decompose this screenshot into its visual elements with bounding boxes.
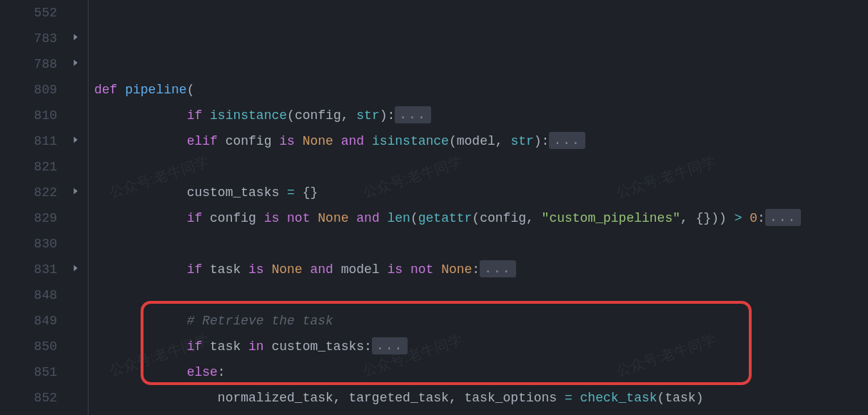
- line-number: 830: [0, 231, 57, 257]
- fold-spacer: [63, 385, 88, 411]
- code-token: None: [318, 211, 356, 225]
- line-number: 851: [0, 359, 57, 385]
- line-number: 848: [0, 282, 57, 308]
- line-number: 821: [0, 154, 57, 180]
- code-token: isinstance: [210, 108, 287, 123]
- code-token: (: [449, 134, 457, 148]
- code-token: custom_tasks: [271, 339, 364, 354]
- code-token: config: [480, 211, 526, 225]
- code-token: and: [341, 134, 372, 148]
- code-token: is not: [388, 262, 442, 277]
- line-number: 783: [0, 26, 57, 51]
- code-token: (: [287, 108, 295, 123]
- line-number: 850: [0, 334, 57, 359]
- line-number: 822: [0, 180, 57, 205]
- chevron-right-icon: [71, 180, 81, 205]
- folded-code-marker[interactable]: ...: [372, 337, 408, 354]
- code-token: None: [303, 134, 341, 148]
- code-line[interactable]: [94, 282, 868, 308]
- code-token: else: [187, 365, 218, 379]
- code-token: task: [210, 262, 248, 277]
- fold-column: [63, 0, 89, 415]
- code-token: ):: [380, 108, 395, 123]
- code-line[interactable]: else:: [94, 359, 868, 385]
- code-token: model: [341, 262, 388, 277]
- folded-code-marker[interactable]: ...: [395, 106, 430, 123]
- fold-toggle[interactable]: [63, 51, 88, 77]
- folded-code-marker[interactable]: ...: [480, 260, 515, 277]
- fold-spacer: [63, 205, 88, 231]
- fold-spacer: [63, 231, 88, 257]
- code-token: config: [226, 134, 280, 148]
- code-token: None: [441, 262, 472, 277]
- folded-code-marker[interactable]: ...: [765, 209, 801, 226]
- code-token: >: [735, 211, 750, 225]
- code-token: ): [696, 391, 704, 405]
- code-token: check_task: [580, 391, 657, 405]
- code-token: # Retrieve the task: [187, 314, 333, 328]
- code-token: is: [279, 134, 302, 148]
- code-token: ,: [449, 391, 465, 405]
- line-number: 849: [0, 308, 57, 334]
- code-token: custom_tasks: [187, 185, 287, 200]
- chevron-right-icon: [71, 26, 81, 51]
- code-token: if: [187, 211, 210, 225]
- code-token: :: [364, 339, 372, 354]
- code-area[interactable]: def pipeline( if isinstance(config, str)…: [89, 0, 868, 415]
- code-line[interactable]: # Retrieve the task: [94, 308, 868, 334]
- fold-toggle[interactable]: [63, 257, 88, 282]
- code-token: is not: [264, 211, 318, 225]
- code-line[interactable]: if task in custom_tasks:...: [94, 334, 868, 359]
- fold-spacer: [63, 282, 88, 308]
- code-line[interactable]: [94, 154, 868, 180]
- fold-toggle[interactable]: [63, 26, 88, 51]
- code-line[interactable]: elif config is None and isinstance(model…: [94, 128, 868, 154]
- code-token: {}: [303, 185, 318, 200]
- code-editor: 5527837888098108118218228298308318488498…: [0, 0, 868, 415]
- fold-spacer: [63, 103, 88, 128]
- code-line[interactable]: if pipeline_class is None:: [94, 411, 868, 415]
- line-number: 852: [0, 385, 57, 411]
- code-token: None: [271, 262, 310, 277]
- code-token: def: [94, 83, 125, 97]
- code-token: 0: [750, 211, 757, 225]
- fold-spacer: [63, 154, 88, 180]
- code-token: :: [218, 365, 226, 379]
- fold-spacer: [63, 308, 88, 334]
- code-token: if: [187, 108, 210, 123]
- code-line[interactable]: normalized_task, targeted_task, task_opt…: [94, 385, 868, 411]
- code-token: and: [310, 262, 340, 277]
- chevron-right-icon: [71, 257, 81, 282]
- code-token: config: [210, 211, 264, 225]
- fold-spacer: [63, 359, 88, 385]
- code-token: (: [187, 83, 195, 97]
- code-token: ,: [341, 108, 357, 123]
- line-number: 811: [0, 128, 57, 154]
- code-token: and: [356, 211, 387, 225]
- code-token: ,: [333, 391, 349, 405]
- code-token: str: [356, 108, 379, 123]
- code-token: str: [510, 134, 533, 148]
- code-token: :: [472, 262, 480, 277]
- code-token: =: [287, 185, 303, 200]
- code-token: elif: [187, 134, 226, 148]
- chevron-right-icon: [71, 128, 81, 154]
- code-token: =: [565, 391, 580, 405]
- code-token: isinstance: [372, 134, 449, 148]
- code-token: config: [295, 108, 341, 123]
- fold-toggle[interactable]: [63, 128, 88, 154]
- code-line[interactable]: if config is not None and len(getattr(co…: [94, 205, 868, 231]
- code-token: (: [410, 211, 418, 225]
- folded-code-marker[interactable]: ...: [549, 132, 585, 149]
- line-number: 829: [0, 205, 57, 231]
- code-line[interactable]: if task is None and model is not None:..…: [94, 257, 868, 282]
- line-number: 831: [0, 257, 57, 282]
- code-line[interactable]: custom_tasks = {}: [94, 180, 868, 205]
- line-number: 809: [0, 77, 57, 103]
- code-line[interactable]: if isinstance(config, str):...: [94, 103, 868, 128]
- code-line[interactable]: def pipeline(: [94, 77, 868, 103]
- chevron-right-icon: [71, 51, 81, 77]
- code-token: ):: [534, 134, 550, 148]
- code-line[interactable]: [94, 231, 868, 257]
- fold-toggle[interactable]: [63, 180, 88, 205]
